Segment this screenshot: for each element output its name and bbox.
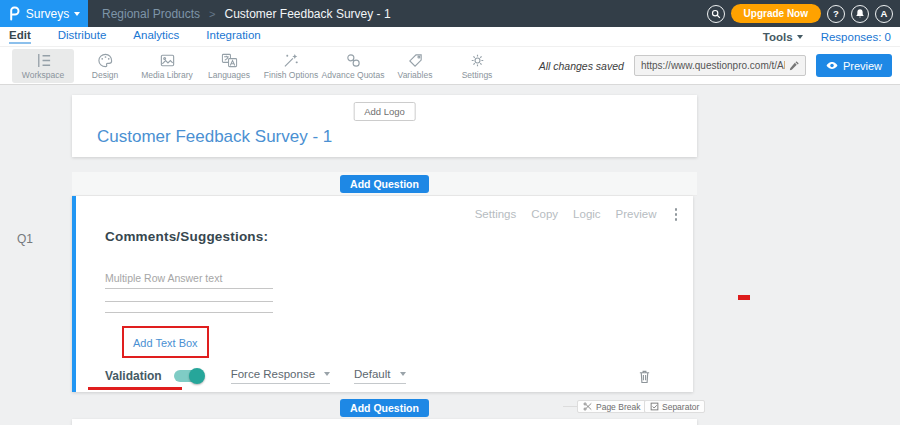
force-response-dropdown[interactable]: Force Response (231, 368, 330, 384)
toolbar-right: All changes saved https://www.questionpr… (539, 54, 900, 77)
toolbar-item-finish-options[interactable]: Finish Options (260, 49, 322, 83)
add-question-button-top[interactable]: Add Question (340, 175, 429, 193)
image-icon (158, 52, 177, 69)
toggle-knob (189, 368, 205, 384)
menu-items: Edit Distribute Analytics Integration (0, 29, 261, 44)
add-question-bar-top: Add Question (72, 172, 697, 196)
validation-label: Validation (105, 369, 162, 383)
chain-links-icon (344, 52, 363, 69)
page-break-icon (583, 402, 593, 411)
breadcrumb-folder[interactable]: Regional Products (102, 7, 200, 21)
magic-wand-icon (282, 52, 301, 69)
chevron-down-icon (324, 372, 330, 376)
red-dash-annotation (738, 295, 750, 300)
survey-editor-app: Surveys Regional Products > Customer Fee… (0, 0, 900, 425)
question-text[interactable]: Comments/Suggestions: (105, 229, 268, 244)
search-icon (711, 9, 721, 19)
kebab-menu-icon[interactable] (675, 208, 678, 221)
chevron-down-icon (797, 35, 803, 39)
answer-row (105, 289, 273, 302)
separator-button[interactable]: Separator (644, 400, 705, 413)
responses-count-link[interactable]: Responses: 0 (821, 31, 891, 43)
question-number-label: Q1 (17, 232, 33, 246)
eye-icon (826, 61, 838, 70)
next-section-card (72, 419, 697, 425)
answer-row (105, 302, 273, 313)
toolbar-item-workspace[interactable]: Workspace (12, 49, 74, 83)
validation-red-underline-annotation (88, 387, 182, 390)
tab-analytics[interactable]: Analytics (133, 29, 179, 44)
editor-toolbar: Workspace Design Media Library Languages (0, 47, 900, 85)
survey-url: https://www.questionpro.com/t/APNrfZ (641, 60, 785, 71)
topbar: Surveys Regional Products > Customer Fee… (0, 0, 900, 27)
add-text-box-highlight: Add Text Box (122, 326, 209, 358)
translate-icon (220, 52, 239, 69)
survey-header-card: Add Logo Customer Feedback Survey - 1 (72, 95, 697, 157)
menubar: Edit Distribute Analytics Integration To… (0, 27, 900, 47)
tab-distribute[interactable]: Distribute (58, 29, 107, 44)
toolbar-item-variables[interactable]: Variables (384, 49, 446, 83)
search-button[interactable] (707, 5, 725, 23)
tab-edit[interactable]: Edit (9, 29, 31, 44)
validation-toggle[interactable] (174, 370, 204, 382)
gear-icon (468, 52, 487, 69)
questionpro-logo-icon (8, 6, 21, 21)
breadcrumb-current-survey: Customer Feedback Survey - 1 (225, 7, 391, 21)
answer-placeholder: Multiple Row Answer text (105, 272, 273, 289)
question-copy-link[interactable]: Copy (531, 208, 558, 220)
chevron-down-icon (74, 12, 80, 16)
save-status: All changes saved (539, 60, 624, 72)
tab-integration[interactable]: Integration (206, 29, 260, 44)
tag-icon (406, 52, 425, 69)
upgrade-now-button[interactable]: Upgrade Now (731, 4, 821, 23)
question-actions: Settings Copy Logic Preview (475, 208, 677, 221)
question-settings-link[interactable]: Settings (475, 208, 517, 220)
add-question-button-bottom[interactable]: Add Question (340, 399, 429, 417)
question-preview-link[interactable]: Preview (616, 208, 657, 220)
tools-menu[interactable]: Tools (763, 31, 803, 43)
toolbar-item-advance-quotas[interactable]: Advance Quotas (322, 49, 384, 83)
question-card: Settings Copy Logic Preview Comments/Sug… (72, 196, 693, 392)
menubar-right: Tools Responses: 0 (763, 31, 900, 43)
trash-icon (638, 369, 651, 384)
bell-icon (855, 8, 865, 19)
preview-button[interactable]: Preview (816, 54, 892, 77)
default-validation-dropdown[interactable]: Default (354, 368, 405, 384)
toolbar-item-languages[interactable]: Languages (198, 49, 260, 83)
avatar[interactable]: A (875, 5, 893, 23)
validation-row: Validation Force Response Default (105, 368, 677, 384)
breadcrumb: Regional Products > Customer Feedback Su… (102, 7, 391, 21)
surveys-menu[interactable]: Surveys (0, 0, 88, 27)
pencil-icon[interactable] (789, 61, 799, 71)
survey-url-field[interactable]: https://www.questionpro.com/t/APNrfZ (634, 55, 806, 76)
multirow-answer-preview: Multiple Row Answer text (105, 272, 273, 313)
breadcrumb-separator: > (209, 8, 215, 20)
workspace-icon (34, 52, 53, 69)
palette-icon (96, 52, 115, 69)
question-logic-link[interactable]: Logic (573, 208, 601, 220)
help-button[interactable]: ? (827, 5, 845, 23)
chevron-down-icon (400, 372, 406, 376)
page-break-button[interactable]: Page Break (577, 400, 646, 413)
delete-question-button[interactable] (638, 369, 651, 384)
notifications-button[interactable] (851, 5, 869, 23)
toolbar-item-settings[interactable]: Settings (446, 49, 508, 83)
toolbar-item-design[interactable]: Design (74, 49, 136, 83)
add-logo-button[interactable]: Add Logo (353, 102, 416, 121)
toolbar-items: Workspace Design Media Library Languages (0, 49, 508, 83)
toolbar-item-media-library[interactable]: Media Library (136, 49, 198, 83)
topbar-actions: Upgrade Now ? A (707, 4, 900, 23)
survey-title[interactable]: Customer Feedback Survey - 1 (97, 127, 332, 147)
checkbox-icon (650, 402, 659, 411)
add-text-box-link[interactable]: Add Text Box (133, 337, 198, 349)
product-name: Surveys (26, 7, 69, 21)
